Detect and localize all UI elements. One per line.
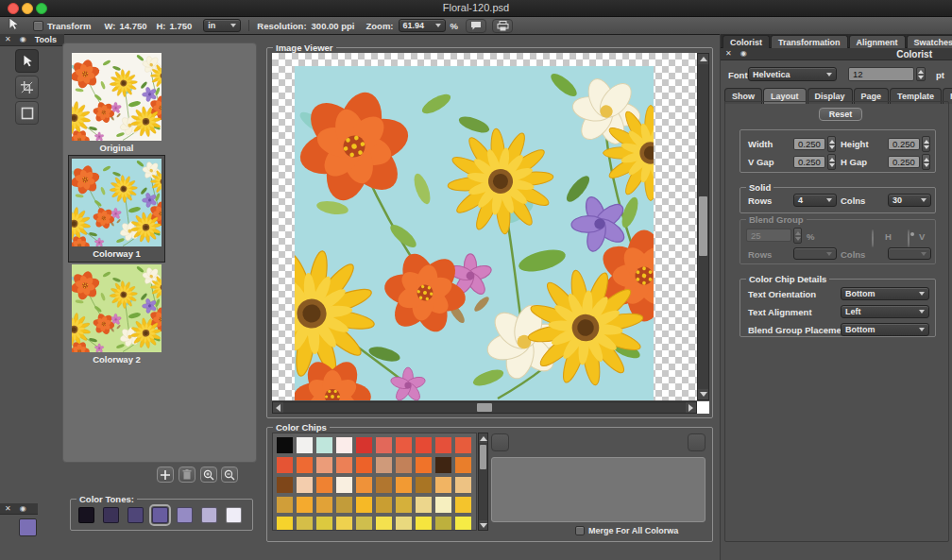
color-chip[interactable] <box>316 457 332 473</box>
color-tone-swatch[interactable] <box>128 507 144 523</box>
transform-checkbox[interactable] <box>33 21 43 31</box>
chip-action-right-button[interactable] <box>688 433 706 451</box>
font-family-dropdown[interactable]: Helvetica <box>748 67 837 81</box>
color-chip[interactable] <box>416 477 432 493</box>
scroll-down-button[interactable] <box>698 389 708 399</box>
color-chip[interactable] <box>376 437 392 453</box>
chips-scroll-thumb[interactable] <box>480 445 486 469</box>
color-chip[interactable] <box>356 457 372 473</box>
merge-checkbox[interactable] <box>575 526 585 535</box>
color-chip[interactable] <box>297 437 313 453</box>
thumbnail[interactable]: Original <box>69 50 164 156</box>
color-chip[interactable] <box>455 477 471 493</box>
close-icon[interactable]: ✕ <box>5 505 11 513</box>
tab-colorist[interactable]: Colorist <box>722 35 770 49</box>
close-icon[interactable]: ✕ <box>725 50 732 58</box>
canvas-area[interactable] <box>272 53 697 400</box>
color-chip[interactable] <box>435 457 451 473</box>
width-stepper[interactable] <box>827 136 836 152</box>
font-size-input[interactable]: 12 <box>848 67 914 81</box>
color-chip[interactable] <box>396 517 412 531</box>
tab-transformation[interactable]: Transformation <box>771 35 848 49</box>
color-chip[interactable] <box>376 497 392 513</box>
vertical-scroll-thumb[interactable] <box>699 196 707 256</box>
color-chip[interactable] <box>277 497 293 513</box>
reset-button[interactable]: Reset <box>819 108 862 121</box>
color-tone-swatch[interactable] <box>78 507 94 523</box>
solid-rows-dropdown[interactable]: 4 <box>793 194 837 207</box>
panel-menu-icon[interactable]: ◉ <box>20 505 26 513</box>
height-stepper[interactable] <box>922 136 930 152</box>
color-chip[interactable] <box>336 517 352 531</box>
panel-menu-icon[interactable]: ◉ <box>20 36 26 43</box>
solid-colns-dropdown[interactable]: 30 <box>888 194 931 207</box>
delete-colorway-button[interactable] <box>178 467 196 483</box>
color-tone-swatch[interactable] <box>177 507 193 523</box>
color-chip[interactable] <box>376 457 392 473</box>
zoom-dropdown[interactable]: 61.94 <box>399 19 446 32</box>
color-chip[interactable] <box>336 497 352 513</box>
text-alignment-dropdown[interactable]: Left <box>841 305 929 318</box>
height-input[interactable]: 0.250 <box>888 138 920 150</box>
color-chip[interactable] <box>396 457 412 473</box>
vgap-input[interactable]: 0.250 <box>793 156 825 168</box>
comment-button[interactable] <box>466 19 486 33</box>
color-chip[interactable] <box>376 477 392 493</box>
thumbnail[interactable]: Colorway 2 <box>69 262 164 367</box>
color-chip[interactable] <box>416 517 432 531</box>
hgap-stepper[interactable] <box>922 154 930 170</box>
current-color-swatch[interactable] <box>19 518 37 536</box>
color-chip[interactable] <box>455 457 471 473</box>
zoom-out-button[interactable] <box>221 467 238 483</box>
thumbnail[interactable]: Colorway 1 <box>69 156 164 262</box>
color-chip[interactable] <box>356 517 372 531</box>
font-size-stepper[interactable] <box>916 67 926 81</box>
vertical-scrollbar[interactable] <box>697 53 709 400</box>
scroll-up-button[interactable] <box>698 54 708 64</box>
color-chip[interactable] <box>356 497 372 513</box>
color-tone-swatch[interactable] <box>201 507 217 523</box>
color-chip[interactable] <box>336 457 352 473</box>
color-tone-swatch[interactable] <box>103 507 119 523</box>
horizontal-scrollbar[interactable] <box>272 401 697 414</box>
tab-swatches[interactable]: Swatches <box>907 35 952 49</box>
color-chip[interactable] <box>396 477 412 493</box>
color-chip[interactable] <box>435 497 451 513</box>
color-chip[interactable] <box>297 517 313 531</box>
color-chip[interactable] <box>416 457 432 473</box>
color-chip[interactable] <box>356 477 372 493</box>
color-chip[interactable] <box>277 457 293 473</box>
rectangle-tool-button[interactable] <box>15 101 39 125</box>
chips-scroll-up-button[interactable] <box>479 433 487 443</box>
color-chip[interactable] <box>297 497 313 513</box>
color-chip[interactable] <box>435 437 451 453</box>
color-chip[interactable] <box>416 437 432 453</box>
color-chip[interactable] <box>435 517 451 531</box>
text-orientation-dropdown[interactable]: Bottom <box>841 287 929 300</box>
color-chip[interactable] <box>336 477 352 493</box>
color-chip[interactable] <box>455 497 471 513</box>
color-chip[interactable] <box>277 437 293 453</box>
vgap-stepper[interactable] <box>827 154 836 170</box>
add-colorway-button[interactable] <box>157 467 174 483</box>
horizontal-scroll-thumb[interactable] <box>477 403 492 412</box>
select-tool-button[interactable] <box>15 49 39 73</box>
hgap-input[interactable]: 0.250 <box>888 156 920 168</box>
color-chip[interactable] <box>455 437 471 453</box>
color-chip[interactable] <box>277 517 293 531</box>
color-tone-swatch[interactable] <box>152 507 168 523</box>
color-chip[interactable] <box>297 457 313 473</box>
chips-scroll-down-button[interactable] <box>479 520 487 530</box>
blend-placement-dropdown[interactable]: Bottom <box>841 323 929 336</box>
units-dropdown[interactable]: in <box>203 19 241 32</box>
color-chip[interactable] <box>396 497 412 513</box>
print-button[interactable] <box>492 19 513 33</box>
color-chip[interactable] <box>416 497 432 513</box>
tab-alignment[interactable]: Alignment <box>849 35 906 49</box>
color-chip[interactable] <box>376 517 392 531</box>
color-chip[interactable] <box>356 437 372 453</box>
scroll-right-button[interactable] <box>686 402 696 413</box>
zoom-in-button[interactable] <box>200 467 217 483</box>
color-chip[interactable] <box>277 477 293 493</box>
color-chip[interactable] <box>396 437 412 453</box>
